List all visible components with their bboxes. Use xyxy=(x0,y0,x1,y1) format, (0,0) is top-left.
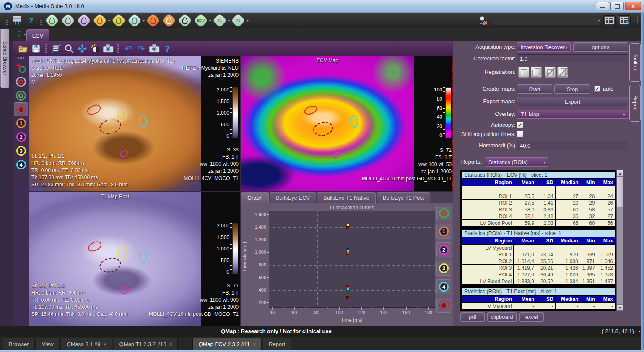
scroll-down-icon[interactable]: ▼ xyxy=(617,304,623,311)
pan-icon[interactable] xyxy=(76,43,88,55)
roi-contour-red[interactable] xyxy=(86,240,103,253)
roi3-tool[interactable]: 3 xyxy=(436,261,451,276)
graph-tab-bullseye-t1-native[interactable]: BullsEye T1 Native xyxy=(317,192,376,203)
autocopy-checkbox[interactable]: ✓ xyxy=(517,122,523,128)
save-layout-button[interactable]: ▪ xyxy=(603,15,616,26)
pdf-button[interactable]: pdf xyxy=(460,312,485,322)
series-browser-tab[interactable]: Series Browser xyxy=(0,29,9,88)
viewport-t1-native[interactable]: SIEMENSHERZ+^Myokarditis NEUza jan 1 200… xyxy=(29,56,240,191)
options-button[interactable]: options xyxy=(573,42,628,52)
data-point[interactable] xyxy=(346,288,349,291)
qflow-app-icon-caret[interactable]: ▾ xyxy=(143,18,145,23)
help-icon[interactable]: ? xyxy=(161,43,173,55)
roi-contour-dashed[interactable] xyxy=(312,120,335,137)
close-icon[interactable]: × xyxy=(169,342,172,347)
table-row[interactable]: ------ xyxy=(462,186,615,193)
qmass-mr-app-icon[interactable] xyxy=(112,13,126,28)
roi-contour-cyan[interactable] xyxy=(138,114,148,128)
snapshot-icon[interactable] xyxy=(102,43,114,55)
close-icon[interactable]: × xyxy=(253,342,256,347)
roi1-tool[interactable]: 1 xyxy=(436,224,451,239)
viewport-ecv-map[interactable]: 100806040200S: 71FS: 1 Tww: 100 wl: 50za… xyxy=(241,56,453,191)
roi2-tool[interactable]: 2 xyxy=(438,244,450,256)
roi-contour-red[interactable] xyxy=(303,104,319,116)
table-row[interactable]: ROI 432,12,48363227 xyxy=(462,213,615,220)
series-layout-icon[interactable] xyxy=(11,15,23,26)
chart-plot-area[interactable] xyxy=(269,211,435,308)
excel-button[interactable]: excel xyxy=(519,312,544,322)
bottom-tab-qmap-t1-2-3-2-10[interactable]: QMap T1 2.3.2 #10× xyxy=(114,338,178,350)
ecv-app-icon[interactable]: ECV xyxy=(194,13,208,28)
shift-acquisition-times-checkbox[interactable] xyxy=(517,131,523,137)
bottom-tab-report[interactable]: Report xyxy=(263,338,291,350)
stop-button[interactable]: Stop xyxy=(554,84,590,94)
close-icon[interactable]: × xyxy=(104,342,106,347)
data-point[interactable] xyxy=(346,296,349,299)
lv-myocard-tool[interactable] xyxy=(436,206,451,220)
registration-slash-button[interactable] xyxy=(545,67,556,78)
roi-contour-cyan[interactable] xyxy=(138,249,148,263)
roi-contour-magenta[interactable] xyxy=(332,151,342,160)
add-roi-tool[interactable]: + xyxy=(14,61,28,75)
roi-contour-dashed[interactable] xyxy=(98,117,122,136)
t2-app-icon[interactable]: T2 xyxy=(231,13,245,28)
roi2-tool[interactable]: 2 xyxy=(436,242,451,257)
table-row[interactable]: ROI 358,00,89605857 xyxy=(462,206,615,213)
scroll-up-icon[interactable]: ▲ xyxy=(617,170,623,177)
overflow-menu-icon[interactable]: ⋮ xyxy=(634,16,641,25)
blood-pool-tool[interactable] xyxy=(14,102,28,116)
overlay-dropdown[interactable]: T1 Map ▾ xyxy=(517,110,628,119)
bottom-tab-browser[interactable]: Browser xyxy=(3,338,35,350)
auto-checkbox[interactable]: ✓ xyxy=(594,86,600,92)
graph-tab-graph[interactable]: Graph xyxy=(241,192,269,203)
minimize-button[interactable] xyxy=(596,2,609,10)
reports-dropdown[interactable]: Statistics (ROIs) ▾ xyxy=(485,157,548,167)
table-row[interactable]: ROI 21.014,435,061.0089711.046 xyxy=(462,258,615,265)
qflow-app-icon[interactable] xyxy=(127,13,142,28)
bottom-tab-qmass-8-1-9[interactable]: QMass 8.1 #9× xyxy=(61,338,112,350)
acquisition-type-dropdown[interactable]: Inversion Recover ▾ xyxy=(517,42,571,52)
session-combobox[interactable] xyxy=(493,16,601,25)
sidebar-grip[interactable] xyxy=(18,57,24,59)
layers-icon[interactable] xyxy=(50,43,62,55)
snapshot-icon[interactable] xyxy=(148,43,160,55)
ecv-app-icon-caret[interactable]: ▾ xyxy=(209,18,211,23)
blood-pool-tool[interactable] xyxy=(438,299,450,312)
table-row[interactable]: ROI 125,51,64272624 xyxy=(462,193,615,200)
user-logout-icon[interactable] xyxy=(477,15,489,26)
save-icon[interactable] xyxy=(30,43,42,55)
help-icon[interactable]: ? xyxy=(25,15,36,26)
roi-contour-yellow[interactable] xyxy=(117,108,128,122)
undo-icon[interactable]: ↶ xyxy=(122,43,134,55)
roi1-tool[interactable]: 1 xyxy=(14,116,28,130)
table-row[interactable]: ROI 1971,023,049709391.019 xyxy=(462,251,615,258)
bottom-tab-view[interactable]: View xyxy=(36,338,60,350)
redo-icon[interactable]: ↷ xyxy=(135,43,147,55)
roi-contour-red[interactable] xyxy=(86,103,102,117)
roi-contour-dashed[interactable] xyxy=(98,256,122,274)
viewport-t1-post[interactable]: 2.0001.5001.0005000S: 71FS: 1 Tww: 1800 … xyxy=(29,192,240,326)
registration-stack-button[interactable] xyxy=(531,67,542,78)
qangio-app-icon[interactable] xyxy=(77,13,91,28)
table-row[interactable]: LV Blood Pool59,92,03666056 xyxy=(462,220,615,227)
chevron-down-icon[interactable]: ▾ xyxy=(598,18,600,23)
export-button[interactable]: Export xyxy=(517,97,628,106)
open-study-icon[interactable] xyxy=(17,43,29,55)
reset-layout-button[interactable]: ↻ xyxy=(618,15,631,26)
table-row[interactable]: ROI 31.419,720,211.4261.3971.452 xyxy=(462,265,615,271)
t2-app-icon-caret[interactable]: ▾ xyxy=(247,18,249,23)
close-button[interactable]: × xyxy=(625,2,641,10)
roi4-tool[interactable]: 4 xyxy=(438,281,450,293)
tables-scrollbar[interactable]: ▲ ▼ xyxy=(617,170,623,311)
data-point[interactable] xyxy=(346,226,349,229)
graph-tab-bullseye-ecv[interactable]: BullsEye ECV xyxy=(270,192,316,203)
lv-myocard-tool[interactable] xyxy=(438,207,450,219)
start-button[interactable]: Start xyxy=(517,84,552,94)
medication-app-icon-caret[interactable]: ▾ xyxy=(108,18,110,23)
roi4-tool[interactable]: 4 xyxy=(436,279,451,294)
data-point[interactable] xyxy=(346,252,349,255)
viewer-menu-icon[interactable]: ⋮ ▾ xyxy=(16,30,26,37)
qmass-app-icon[interactable] xyxy=(45,13,59,28)
qstrain-app-icon[interactable] xyxy=(61,13,75,28)
roi2-tool[interactable]: 2 xyxy=(14,130,28,144)
